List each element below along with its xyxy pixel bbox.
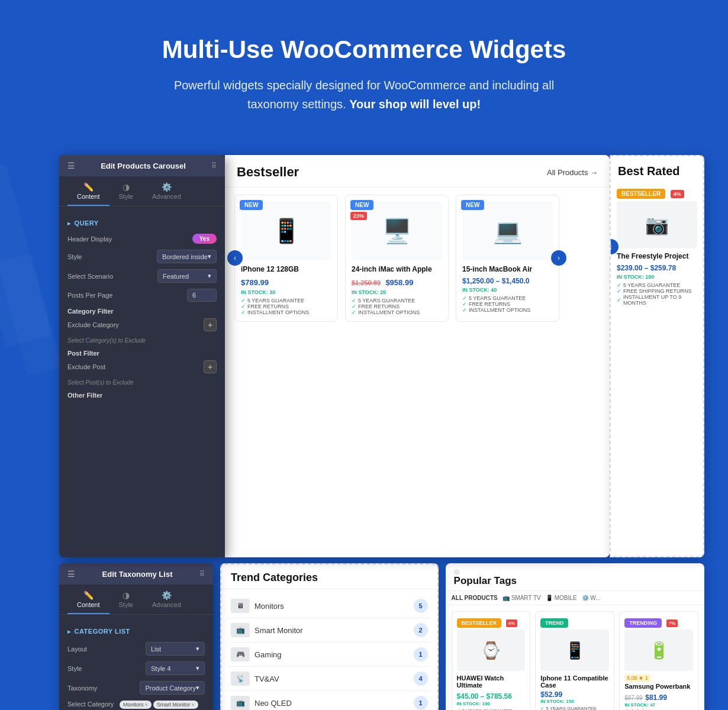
list-item: 📡 TV&AV 4: [228, 667, 430, 691]
product-img-iphone11: 📱: [540, 630, 609, 671]
filter-more[interactable]: ⚙️ W...: [582, 595, 601, 601]
taxonomy-style-label: Style: [67, 665, 115, 672]
features-macbook: 5 YEARS GUARANTEE FREE RETURNS INSTALLME…: [462, 295, 553, 313]
tags-products-grid: BESTSELLER 4% ⌚ HUAWEI Watch Ultimate $4…: [446, 605, 704, 710]
carousel-prev-arrow[interactable]: ‹: [227, 250, 243, 266]
header-display-toggle[interactable]: Yes: [192, 234, 217, 244]
stock-imac: IN STOCK: 20: [352, 289, 442, 295]
category-name-smart-monitor: Smart Monitor: [255, 626, 303, 635]
chip-remove-smart-monitor[interactable]: ×: [191, 702, 194, 708]
edit-products-panel: ☰ Edit Products Carousel ⠿ ✏️ Content ◑ …: [59, 155, 225, 557]
style-row: Style Bordered inside ▾: [67, 250, 217, 263]
price-imac: $1,250.89 $958.99: [352, 277, 442, 288]
tags-header-inner: [454, 569, 696, 575]
discount-samsung: 7%: [666, 619, 678, 627]
filter-mobile[interactable]: 📱 MOBILE: [546, 595, 577, 601]
category-icon-tvav: 📡: [231, 672, 250, 686]
feature-2: FREE RETURNS: [352, 304, 442, 309]
scenario-select[interactable]: Featured ▾: [157, 269, 217, 283]
style-select[interactable]: Bordered inside ▾: [157, 250, 217, 263]
taxonomy-style-select[interactable]: Style 4 ▾: [146, 661, 205, 675]
feature-1: 5 YEARS GUARANTEE: [352, 298, 442, 304]
price-huawei: $45.00 – $785.56: [457, 690, 526, 701]
layout-label: Layout: [67, 646, 115, 653]
category-left-monitors: 🖥 Monitors: [231, 599, 284, 613]
product-img-macbook: 💻: [462, 201, 553, 260]
chevron-down-icon: ▾: [208, 272, 211, 280]
carousel-next-arrow[interactable]: ›: [551, 250, 566, 266]
taxonomy-tab-style[interactable]: ◑ Style: [109, 585, 143, 614]
features-iphone11: 5 YEARS GUARANTEE FREE SHIPPING RETURNS …: [540, 706, 609, 710]
window-close-btn[interactable]: [454, 569, 460, 575]
badge-trend-iphone11: TREND: [540, 618, 568, 628]
chip-smart-monitor[interactable]: Smart Monitor ×: [153, 701, 198, 709]
hamburger-icon: ☰: [67, 161, 75, 170]
exclude-category-label: Exclude Category: [67, 321, 119, 328]
tab-style[interactable]: ◑ Style: [109, 176, 143, 206]
chip-monitors[interactable]: Monitors ×: [120, 701, 152, 709]
product-carousel-header: Bestseller All Products →: [225, 155, 610, 188]
taxonomy-tab-content[interactable]: ✏️ Content: [67, 585, 109, 614]
feature-2: FREE RETURNS: [241, 304, 331, 309]
taxonomy-style-row: Style Style 4 ▾: [67, 661, 205, 675]
product-name-iphone11: Iphone 11 Compatible Case: [540, 674, 609, 689]
exclude-post-add-btn[interactable]: +: [204, 360, 217, 373]
chips-row: Monitors × Smart Monitor × Gaming ×: [120, 701, 205, 710]
taxonomy-select[interactable]: Product Category ▾: [140, 681, 205, 695]
taxonomy-panel-header: ☰ Edit Taxonomy List ⠿: [59, 563, 213, 585]
chevron-down-icon: ▾: [196, 664, 199, 672]
discount-best-rated: 4%: [671, 190, 684, 198]
select-category-row: Select Category Monitors × Smart Monitor…: [67, 701, 205, 710]
best-rated-panel: Best Rated BESTSELLER 4% 📷 ‹ The Freesty…: [610, 155, 704, 557]
taxonomy-row: Taxonomy Product Category ▾: [67, 681, 205, 695]
features-iphone: 5 YEARS GUARANTEE FREE RETURNS INSTALLME…: [241, 298, 331, 315]
best-rated-product-img: 📷: [617, 201, 697, 248]
category-count-neo-qled: 1: [414, 696, 428, 710]
chevron-down-icon: ▾: [196, 684, 199, 692]
all-products-link[interactable]: All Products →: [547, 168, 598, 177]
price-iphone11: $52.99: [540, 690, 609, 699]
tags-header: Popular Tags: [446, 563, 704, 591]
tab-advanced[interactable]: ⚙️ Advanced: [143, 176, 191, 206]
hero-description: Powerful widgets specially designed for …: [157, 76, 571, 114]
posts-per-page-row: Posts Per Page 6: [67, 289, 217, 302]
feature-1: 5 YEARS GUARANTEE: [241, 298, 331, 304]
layout-select[interactable]: List ▾: [146, 642, 205, 656]
tab-content[interactable]: ✏️ Content: [67, 176, 109, 206]
list-item: 🎮 Gaming 1: [228, 643, 430, 667]
category-icon-gaming: 🎮: [231, 647, 250, 661]
product-img-huawei: ⌚: [457, 630, 526, 671]
products-grid: NEW 📱 ‹ iPhone 12 128GB $789.99 IN STOCK…: [225, 188, 610, 329]
select-category-label: Select Category: [67, 701, 115, 708]
category-icon-smart-monitor: 📺: [231, 623, 250, 637]
category-icon-neo-qled: 📺: [231, 696, 250, 710]
tag-product-card-samsung: TRENDING 7% 🔋 5.00 ★ 1 Samsung Powerbank…: [619, 611, 698, 710]
first-row: ☰ Edit Products Carousel ⠿ ✏️ Content ◑ …: [59, 155, 704, 557]
samsung-rating: 5.00 ★ 1: [624, 674, 650, 682]
exclude-category-row: Exclude Category +: [67, 318, 217, 331]
category-count-tvav: 4: [414, 672, 428, 686]
exclude-category-add-btn[interactable]: +: [204, 318, 217, 331]
category-name-neo-qled: Neo QLED: [255, 699, 292, 708]
feature-3: INSTALLMENT OPTIONS: [241, 309, 331, 315]
grid-icon: ⠿: [199, 570, 205, 578]
taxonomy-tab-advanced[interactable]: ⚙️ Advanced: [143, 585, 191, 614]
filter-smart-tv[interactable]: 📺 SMART TV: [502, 595, 541, 601]
taxonomy-label: Taxonomy: [67, 685, 115, 692]
list-item: 📺 Neo QLED 1: [228, 691, 430, 710]
product-card-iphone: NEW 📱 ‹ iPhone 12 128GB $789.99 IN STOCK…: [234, 195, 338, 322]
chip-remove-monitors[interactable]: ×: [145, 702, 148, 708]
posts-per-page-input[interactable]: 6: [187, 289, 217, 302]
category-left-smart-monitor: 📺 Smart Monitor: [231, 623, 303, 637]
other-filter-label: Other Filter: [67, 392, 217, 399]
stock-iphone11: IN STOCK: 150: [540, 699, 609, 704]
product-card-imac: NEW 23% 🖥️ 24-inch iMac with Apple $1,25…: [345, 195, 449, 322]
feature-1: 5 YEARS GUARANTEE: [462, 295, 553, 301]
badge-trending-samsung: TRENDING: [624, 618, 662, 628]
panel-body: QUERY Header Display Yes Style Bordered …: [59, 206, 225, 409]
filter-all-products[interactable]: ALL PRODUCTS: [452, 595, 498, 601]
stars-samsung: ★★★★: [624, 708, 693, 710]
tag-product-card-huawei: BESTSELLER 4% ⌚ HUAWEI Watch Ultimate $4…: [452, 611, 531, 710]
posts-per-page-label: Posts Per Page: [67, 292, 115, 299]
category-left-tvav: 📡 TV&AV: [231, 672, 279, 686]
